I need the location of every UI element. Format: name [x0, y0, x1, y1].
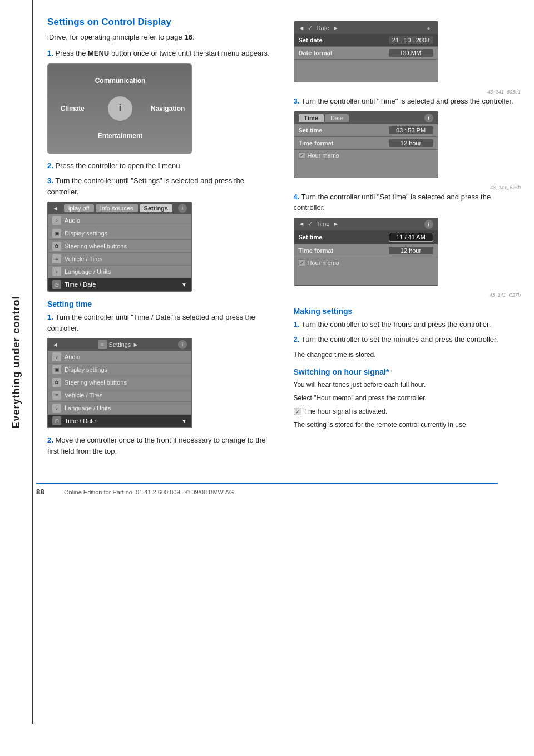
step-3-num: 3.	[47, 176, 53, 185]
making-step-2-num: 2.	[294, 335, 300, 343]
step-2-num: 2.	[47, 161, 53, 170]
tab-settings: Settings	[140, 204, 172, 212]
switching-check-label: The hour signal is activated.	[304, 408, 387, 415]
main-menu-screen: Communication Climate i Navigation Enter…	[47, 63, 192, 154]
time-date-header: Time Date i	[294, 112, 438, 124]
time-set-screen-tag: 43_141_C27b	[294, 292, 523, 299]
time-date-tabs: Time Date	[299, 114, 349, 122]
date-screen-header: ◄ ✓ Date ► ●	[294, 22, 438, 34]
switching-para3: The setting is stored for the remote con…	[294, 420, 523, 430]
dateformat-value: DD.MM	[389, 49, 433, 57]
right-step-3: 3. Turn the controller until "Time" is s…	[294, 96, 523, 107]
stored-text: The changed time is stored.	[294, 350, 523, 360]
menu-communication: Communication	[95, 77, 146, 85]
row2-timedate: ◷ Time / Date ▼	[48, 415, 191, 428]
row-display-label: Display settings	[65, 230, 107, 237]
row2-display: ▣ Display settings	[48, 364, 191, 376]
menu-grid: Communication Climate i Navigation Enter…	[48, 64, 192, 153]
settings-screen: ◄ iplay off Info sources Settings i ♪ Au…	[47, 202, 192, 292]
setdate-label: Set date	[299, 37, 389, 43]
timeset-format-value: 12 hour	[389, 247, 433, 254]
making-settings-title: Making settings	[294, 307, 523, 316]
row2-audio: ♪ Audio	[48, 351, 191, 364]
time-header-icon: i	[424, 114, 433, 122]
making-step-1-num: 1.	[294, 320, 300, 328]
settings-screen-2: ◄ ≡ Settings ► i ♪ Audio ▣ Display setti…	[47, 338, 192, 428]
language2-icon: ♪	[52, 404, 61, 413]
hourmemo-checkbox: ✓	[299, 152, 305, 159]
settime-label: Set time	[299, 127, 389, 134]
switching-title: Switching on hour signal*	[294, 367, 523, 376]
vehicle2-icon: ≡	[52, 391, 61, 400]
right-step-3-num: 3.	[294, 97, 300, 105]
set-time-step-1-num: 1.	[47, 313, 53, 321]
sidebar-label: Everything under control	[11, 296, 22, 428]
page-footer: 88 Online Edition for Part no. 01 41 2 6…	[36, 483, 498, 499]
row-timedate-label: Time / Date	[65, 281, 96, 288]
left-column: Settings on Control Display iDrive, for …	[47, 17, 277, 461]
row2-steering-label: Steering wheel buttons	[65, 379, 127, 386]
switching-check-text: ✓ The hour signal is activated.	[294, 406, 523, 416]
tab-time: Time	[299, 114, 324, 122]
idrive-center-button: i	[108, 96, 132, 121]
right-step-4-num: 4.	[294, 193, 300, 201]
making-step-1: 1. Turn the controller to set the hours …	[294, 319, 523, 330]
step-1-num: 1.	[47, 49, 53, 57]
copyright-text: Online Edition for Part no. 01 41 2 600 …	[64, 489, 234, 495]
row-display: ▣ Display settings	[48, 227, 191, 240]
timeformat-value: 12 hour	[389, 139, 433, 147]
row2-audio-label: Audio	[65, 354, 80, 360]
vehicle-icon: ≡	[52, 254, 61, 263]
date-screen: ◄ ✓ Date ► ● Set date 21 . 10 . 2008 Dat…	[294, 21, 438, 82]
row2-display-label: Display settings	[65, 366, 107, 373]
row2-timedate-label: Time / Date	[65, 418, 96, 424]
time-row-format: Time format 12 hour	[294, 137, 438, 150]
header2-back-icon: ◄	[52, 341, 58, 348]
time-set-screen: ◄ ✓ Time ► i Set time 11 / 41 AM Time fo…	[294, 218, 438, 286]
section-title: Settings on Control Display	[47, 17, 277, 28]
row-timedate: ◷ Time / Date ▼	[48, 278, 191, 291]
row-audio-label: Audio	[65, 217, 80, 224]
tab-iplay: iplay off	[64, 204, 94, 212]
row2-timedate-arrow: ▼	[181, 418, 187, 424]
audio-icon: ♪	[52, 216, 61, 225]
right-step-4: 4. Turn the controller until "Set time" …	[294, 192, 523, 213]
header2-title: ≡ Settings ►	[98, 340, 139, 349]
row-timedate-arrow: ▼	[181, 282, 187, 288]
menu-climate: Climate	[61, 105, 85, 112]
settime-value: 03 : 53 PM	[389, 126, 433, 134]
timeset-format-label: Time format	[299, 247, 389, 254]
switching-para1: You will hear tones just before each ful…	[294, 380, 523, 390]
row-steering-label: Steering wheel buttons	[65, 243, 127, 249]
settings-icon-small: ≡	[98, 340, 107, 349]
time-set-header: ◄ ✓ Time ► i	[294, 218, 438, 230]
steering2-icon: ✿	[52, 378, 61, 387]
time-row-settime: Set time 03 : 53 PM	[294, 124, 438, 137]
row2-steering: ✿ Steering wheel buttons	[48, 376, 191, 389]
audio2-icon: ♪	[52, 352, 61, 361]
row-vehicle-label: Vehicle / Tires	[65, 256, 102, 262]
setdate-value: 21 . 10 . 2008	[389, 36, 433, 44]
set-time-step-2-num: 2.	[47, 436, 53, 444]
time-set-header-title: ◄ ✓ Time ►	[299, 220, 339, 228]
step-1: 1. Press the MENU button once or twice u…	[47, 48, 277, 59]
check-icon: ✓	[294, 408, 301, 415]
timeformat-label: Time format	[299, 140, 389, 146]
making-step-2: 2. Turn the controller to set the minute…	[294, 334, 523, 345]
date-screen-tag: 43_341_605e1	[294, 89, 523, 96]
time-date-screen: Time Date i Set time 03 : 53 PM Time for…	[294, 111, 438, 178]
language-icon: ♪	[52, 267, 61, 276]
settings-screen-2-header: ◄ ≡ Settings ► i	[48, 338, 191, 351]
time-screen-tag: 43_141_626b	[294, 185, 523, 192]
set-time-step-1: 1. Turn the controller until "Time / Dat…	[47, 312, 277, 333]
right-column: ◄ ✓ Date ► ● Set date 21 . 10 . 2008 Dat…	[294, 17, 523, 461]
step-2: 2. Press the controller to open the i me…	[47, 160, 277, 171]
time-row-hourmemo: ✓ Hour memo	[294, 150, 438, 161]
timeset-hourmemo-checkbox: ✓	[299, 259, 305, 266]
set-time-step-2: 2. Move the controller once to the front…	[47, 435, 277, 456]
tab-date: Date	[325, 114, 349, 122]
date-header-icon: ●	[424, 23, 433, 32]
timedate2-icon: ◷	[52, 416, 61, 425]
settings-screen-header: ◄ iplay off Info sources Settings i	[48, 202, 191, 214]
date-row-setdate: Set date 21 . 10 . 2008	[294, 34, 438, 47]
